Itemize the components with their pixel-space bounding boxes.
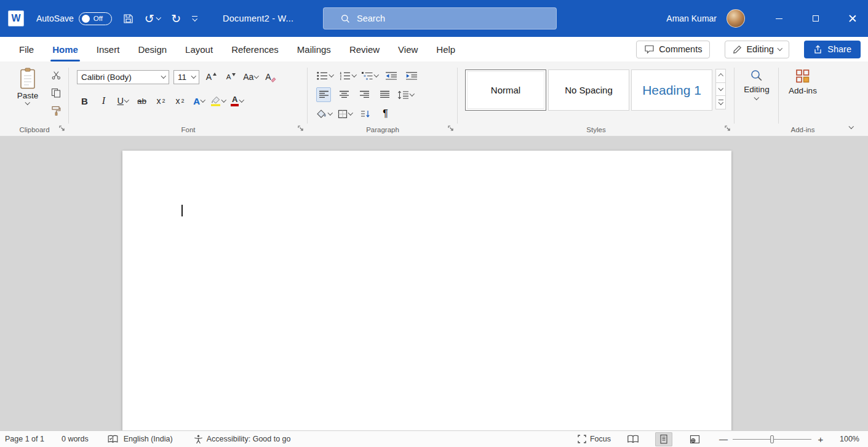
redo-button[interactable]: ↻	[171, 13, 181, 25]
minimize-button[interactable]	[763, 0, 794, 37]
print-layout-button[interactable]	[655, 432, 672, 446]
word-logo-icon[interactable]: W	[8, 10, 24, 26]
align-left-icon	[319, 90, 329, 99]
word-count-status[interactable]: 0 words	[62, 435, 89, 443]
increase-indent-button[interactable]	[404, 68, 419, 83]
accessibility-status[interactable]: Accessibility: Good to go	[194, 435, 291, 444]
autosave-toggle[interactable]: Off	[79, 12, 112, 25]
search-input[interactable]: Search	[323, 7, 557, 30]
proofing-status[interactable]	[107, 435, 119, 444]
justify-button[interactable]	[377, 87, 392, 102]
clear-formatting-button[interactable]: A	[263, 69, 278, 84]
tab-design[interactable]: Design	[129, 37, 176, 61]
editing-mode-dropdown[interactable]: Editing	[725, 41, 789, 58]
maximize-button[interactable]	[800, 0, 831, 37]
change-case-button[interactable]: Aa	[243, 69, 258, 84]
style-normal[interactable]: Normal	[465, 69, 546, 111]
copy-button[interactable]	[49, 87, 63, 99]
font-name-select[interactable]: Calibri (Body)	[77, 70, 169, 84]
multilevel-list-button[interactable]	[361, 68, 378, 83]
strikethrough-button[interactable]: ab	[134, 93, 149, 108]
zoom-level[interactable]: 100%	[836, 435, 859, 443]
align-right-button[interactable]	[357, 87, 372, 102]
paste-button[interactable]: Paste	[10, 68, 46, 105]
tab-insert[interactable]: Insert	[87, 37, 129, 61]
grow-font-button[interactable]: A	[204, 69, 219, 84]
sort-button[interactable]	[358, 106, 373, 121]
zoom-in-button[interactable]: +	[816, 434, 825, 445]
text-highlight-button[interactable]	[210, 93, 226, 108]
undo-button[interactable]: ↺	[145, 13, 160, 25]
styles-scroll-down-button[interactable]	[715, 82, 726, 97]
underline-button[interactable]: U	[115, 93, 130, 108]
zoom-slider[interactable]	[733, 432, 811, 446]
document-canvas	[0, 136, 868, 430]
collapse-ribbon-button[interactable]	[845, 122, 858, 132]
addins-button[interactable]: Add-ins	[779, 69, 827, 95]
share-button[interactable]: Share	[804, 41, 861, 58]
show-hide-marks-button[interactable]: ¶	[378, 106, 393, 121]
font-color-button[interactable]: A	[229, 93, 245, 108]
tab-help[interactable]: Help	[427, 37, 464, 61]
tab-review[interactable]: Review	[340, 37, 389, 61]
shrink-font-button[interactable]: A	[223, 69, 239, 84]
subscript-button[interactable]: x2	[153, 93, 169, 108]
save-button[interactable]	[123, 14, 133, 24]
decrease-indent-button[interactable]	[384, 68, 399, 83]
comments-label: Comments	[659, 44, 702, 54]
style-no-spacing-label: No Spacing	[565, 85, 613, 95]
tab-references[interactable]: References	[222, 37, 288, 61]
font-size-value: 11	[178, 73, 186, 82]
clipboard-dialog-launcher[interactable]	[58, 124, 67, 133]
page-number-status[interactable]: Page 1 of 1	[5, 435, 44, 443]
styles-gallery-scroll	[715, 69, 726, 109]
tab-mailings[interactable]: Mailings	[288, 37, 340, 61]
language-status[interactable]: English (India)	[124, 435, 173, 443]
styles-gallery-expand-button[interactable]	[715, 95, 726, 109]
pencil-icon	[733, 45, 742, 54]
comments-button[interactable]: Comments	[636, 41, 710, 58]
format-painter-button[interactable]	[49, 105, 63, 117]
align-left-button[interactable]	[316, 87, 331, 102]
align-center-button[interactable]	[336, 87, 351, 102]
italic-button[interactable]: I	[96, 93, 111, 108]
styles-dialog-launcher[interactable]	[723, 124, 733, 133]
styles-scroll-up-button[interactable]	[715, 69, 726, 83]
font-dialog-launcher[interactable]	[297, 124, 306, 133]
tab-view[interactable]: View	[389, 37, 427, 61]
read-mode-button[interactable]	[624, 432, 642, 446]
zoom-out-button[interactable]: —	[719, 434, 728, 444]
superscript-button[interactable]: x2	[172, 93, 188, 108]
customize-quick-access-button[interactable]	[192, 16, 197, 22]
avatar[interactable]	[727, 9, 745, 28]
cut-button[interactable]	[49, 69, 63, 81]
close-button[interactable]	[837, 0, 868, 37]
user-name: Aman Kumar	[666, 14, 717, 23]
focus-mode-button[interactable]: Focus	[578, 435, 611, 443]
shading-button[interactable]	[316, 106, 332, 121]
web-layout-button[interactable]	[686, 432, 703, 446]
tab-file[interactable]: File	[10, 37, 43, 61]
editing-dropdown-button[interactable]: Editing	[735, 69, 779, 100]
line-spacing-button[interactable]	[397, 87, 414, 102]
styles-gallery: Normal No Spacing Heading 1	[465, 69, 712, 111]
font-size-select[interactable]: 11	[173, 70, 199, 84]
autosave-control[interactable]: AutoSave Off	[36, 12, 112, 25]
zoom-slider-thumb[interactable]	[770, 435, 774, 443]
text-effects-button[interactable]: A	[191, 93, 207, 108]
bullets-button[interactable]	[316, 68, 333, 83]
addins-grid-icon	[795, 69, 810, 84]
numbering-button[interactable]	[339, 68, 356, 83]
font-color-icon: A	[231, 95, 239, 106]
borders-button[interactable]	[338, 106, 352, 121]
document-page[interactable]	[122, 151, 731, 430]
tab-layout[interactable]: Layout	[176, 37, 222, 61]
tab-home[interactable]: Home	[43, 37, 87, 61]
numbering-chevron-icon	[351, 73, 356, 77]
bold-button[interactable]: B	[77, 93, 92, 108]
font-group-label: Font	[69, 126, 308, 133]
paragraph-dialog-launcher[interactable]	[447, 124, 456, 133]
clipboard-group: Paste	[0, 61, 69, 136]
style-heading-1[interactable]: Heading 1	[631, 69, 712, 111]
style-no-spacing[interactable]: No Spacing	[548, 69, 629, 111]
